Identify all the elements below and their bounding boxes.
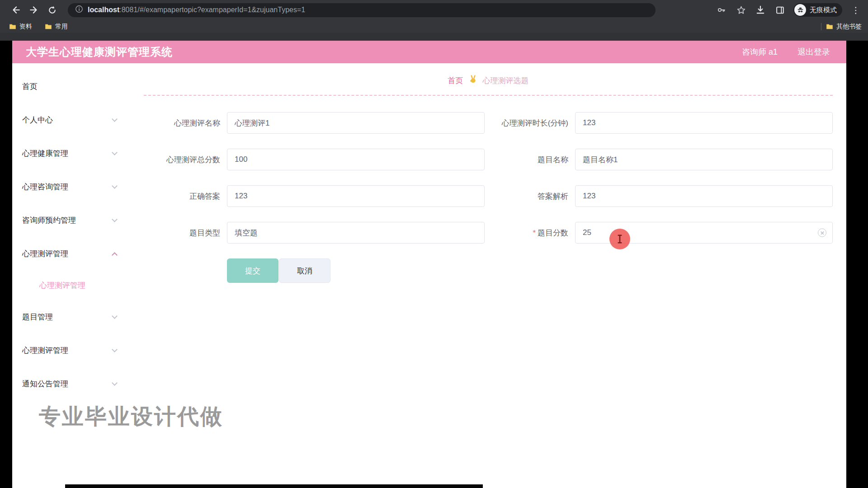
url-bar[interactable]: localhost:8081/#/exampapertopic?exampape… [68,3,656,17]
field-label-question-type: 题目类型 [137,228,220,238]
info-circle-icon[interactable] [75,5,83,15]
reload-icon[interactable] [46,4,58,16]
field-label-total-score: 心理测评总分数 [137,155,220,165]
chevron-down-icon [112,313,118,319]
chevron-down-icon [112,216,118,222]
field-label-question-name: 题目名称 [491,155,568,165]
chevron-down-icon [112,150,118,155]
folder-icon [45,23,52,30]
field-question-type [227,222,485,244]
i-beam-cursor-icon [615,234,625,244]
incognito-label: 无痕模式 [810,6,837,14]
sidebar-item-question-mgmt[interactable]: 题目管理 [12,300,127,333]
bookmarks-bar: 资料 常用 其他书签 [0,20,868,33]
sidebar-item-personal-center[interactable]: 个人中心 [12,103,127,136]
forward-arrow-icon[interactable] [28,4,40,16]
field-correct-answer [227,185,485,207]
field-label-assessment-name: 心理测评名称 [137,118,220,128]
field-question-name [575,149,833,170]
sidebar-item-assessment-mgmt-2[interactable]: 心理测评管理 [12,333,127,367]
field-label-correct-answer: 正确答案 [137,191,220,202]
breadcrumb-home-link[interactable]: 首页 [448,75,463,86]
field-label-question-score: *题目分数 [491,228,568,238]
sidebar-item-assessment-mgmt-expanded[interactable]: 心理测评管理 [12,237,127,270]
cancel-button[interactable]: 取消 [279,258,330,283]
bookmark-folder-zila[interactable]: 资料 [9,23,32,31]
field-assessment-name [227,112,485,134]
assessment-topic-form: 心理测评名称 心理测评时长(分钟) 心理测评总分数 题目名称 [137,112,846,244]
current-user-label: 咨询师 a1 [742,47,778,57]
page-viewport: 大学生心理健康测评管理系统 咨询师 a1 退出登录 首页 个人中心 心理健康管理 [0,41,868,488]
incognito-badge[interactable]: 无痕模式 [793,3,842,17]
submit-button[interactable]: 提交 [227,258,278,283]
chevron-down-icon [112,380,118,386]
divider [821,23,821,30]
field-total-score [227,149,485,170]
assessment-name-input[interactable] [227,112,485,134]
app-frame: 大学生心理健康测评管理系统 咨询师 a1 退出登录 首页 个人中心 心理健康管理 [12,41,846,488]
chevron-down-icon [112,116,118,122]
kebab-menu-icon[interactable]: ⋮ [850,4,862,16]
field-label-assessment-duration: 心理测评时长(分钟) [491,118,568,128]
sidebar-item-mental-health-mgmt[interactable]: 心理健康管理 [12,136,127,170]
chevron-up-icon [112,252,118,258]
folder-icon [826,23,833,30]
star-icon[interactable] [735,4,747,16]
main-content: 首页 心理测评选题 心理测评名称 心理测评时长(分钟) [127,63,846,488]
video-bottom-bar [65,484,483,488]
sidebar-item-home[interactable]: 首页 [12,70,127,103]
download-icon[interactable] [755,4,766,16]
other-bookmarks[interactable]: 其他书签 [826,23,862,31]
sidebar-subitem-assessment-mgmt-active[interactable]: 心理测评管理 [12,270,127,300]
assessment-duration-input[interactable] [575,112,833,134]
question-type-input[interactable] [227,222,485,244]
app-header: 大学生心理健康测评管理系统 咨询师 a1 退出登录 [12,41,846,63]
side-panel-icon[interactable] [774,4,786,16]
victory-hand-icon [469,75,477,86]
chevron-down-icon [112,183,118,189]
watermark-text: 专业毕业设计代做 [39,402,223,431]
url-text: localhost:8081/#/exampapertopic?exampape… [88,6,305,14]
back-arrow-icon[interactable] [10,4,22,16]
folder-icon [9,23,16,30]
sidebar-item-counselor-appointment-mgmt[interactable]: 咨询师预约管理 [12,203,127,237]
correct-answer-input[interactable] [227,185,485,207]
incognito-icon [794,4,806,16]
chevron-down-icon [112,347,118,352]
answer-analysis-input[interactable] [575,185,833,207]
field-label-answer-analysis: 答案解析 [491,191,568,202]
text-cursor-highlight [609,229,630,249]
clear-input-icon[interactable] [818,229,826,237]
field-answer-analysis [575,185,833,207]
app-title: 大学生心理健康测评管理系统 [26,45,173,59]
total-score-input[interactable] [227,149,485,170]
sidebar-item-counseling-mgmt[interactable]: 心理咨询管理 [12,170,127,203]
question-name-input[interactable] [575,149,833,170]
breadcrumb: 首页 心理测评选题 [144,63,833,96]
breadcrumb-current: 心理测评选题 [483,75,529,86]
logout-button[interactable]: 退出登录 [797,47,830,57]
video-letterbox-strip [0,33,868,41]
sidebar-item-notice-mgmt[interactable]: 通知公告管理 [12,367,127,400]
browser-toolbar: localhost:8081/#/exampapertopic?exampape… [0,0,868,20]
bookmark-folder-changyong[interactable]: 常用 [45,23,68,31]
key-icon[interactable] [716,4,727,16]
required-marker: * [533,229,536,237]
field-assessment-duration [575,112,833,134]
